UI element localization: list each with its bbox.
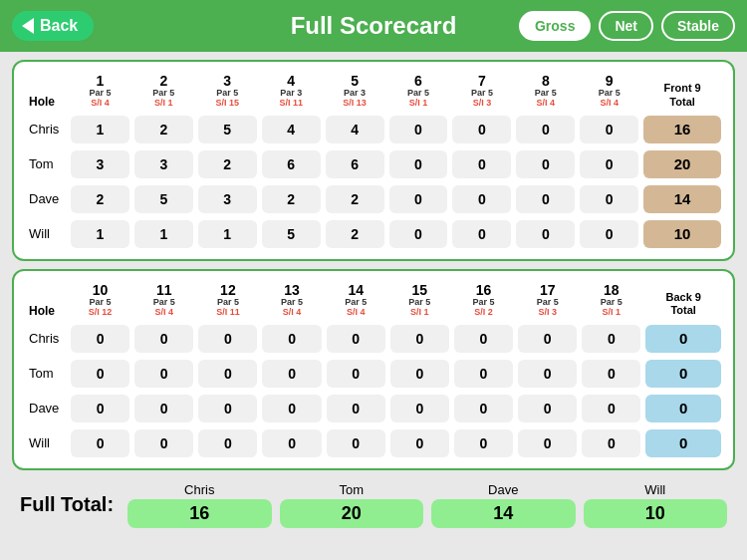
chris-back9-row: Chris 0 0 0 0 0 0 0 0 0 0: [25, 323, 722, 355]
dave-b11[interactable]: 0: [134, 395, 193, 422]
will-name-front: Will: [25, 218, 67, 250]
tom-b16[interactable]: 0: [454, 360, 513, 388]
tom-b18[interactable]: 0: [582, 360, 640, 388]
chris-b18[interactable]: 0: [582, 325, 640, 353]
will-f7[interactable]: 0: [452, 220, 511, 248]
will-b16[interactable]: 0: [454, 429, 513, 457]
chris-f7[interactable]: 0: [452, 116, 511, 143]
chris-b12[interactable]: 0: [198, 325, 257, 353]
chris-full-name: Chris: [184, 482, 214, 497]
will-f6[interactable]: 0: [389, 220, 448, 248]
chris-name-back: Chris: [25, 323, 67, 355]
dave-f1[interactable]: 2: [71, 185, 129, 213]
dave-b18[interactable]: 0: [582, 395, 640, 422]
hole-17-header: 17 Par 5 S/I 3: [517, 280, 578, 320]
dave-f7[interactable]: 0: [452, 185, 511, 213]
tom-b17[interactable]: 0: [518, 360, 577, 388]
tom-full-name: Tom: [339, 482, 364, 497]
will-f2[interactable]: 1: [134, 220, 193, 248]
chris-f2[interactable]: 2: [134, 116, 193, 143]
page-title: Full Scorecard: [291, 12, 457, 40]
back-label: Back: [40, 17, 78, 35]
chris-full-score: 16: [127, 499, 272, 528]
will-b18[interactable]: 0: [582, 429, 640, 457]
will-b13[interactable]: 0: [262, 429, 321, 457]
dave-f4[interactable]: 2: [262, 185, 321, 213]
chris-b13[interactable]: 0: [262, 325, 321, 353]
will-b12[interactable]: 0: [198, 429, 257, 457]
will-f5[interactable]: 2: [326, 220, 384, 248]
tom-b15[interactable]: 0: [390, 360, 449, 388]
hole-9-header: 9 Par 5 S/I 4: [579, 71, 639, 111]
will-f1[interactable]: 1: [71, 220, 129, 248]
stable-button[interactable]: Stable: [661, 11, 735, 41]
dave-b10[interactable]: 0: [71, 395, 129, 422]
dave-b17[interactable]: 0: [518, 395, 577, 422]
dave-name-front: Dave: [25, 183, 67, 215]
tom-f5[interactable]: 6: [326, 150, 384, 178]
full-total-label: Full Total:: [20, 493, 120, 516]
hole-4-header: 4 Par 3 S/I 11: [261, 71, 322, 111]
chris-f3[interactable]: 5: [198, 116, 257, 143]
chris-b17[interactable]: 0: [518, 325, 577, 353]
net-button[interactable]: Net: [599, 11, 653, 41]
will-b17[interactable]: 0: [518, 429, 577, 457]
will-b15[interactable]: 0: [390, 429, 449, 457]
dave-f6[interactable]: 0: [389, 185, 448, 213]
tom-f1[interactable]: 3: [71, 150, 129, 178]
will-f8[interactable]: 0: [516, 220, 575, 248]
hole-1-si: S/I 4: [91, 98, 110, 108]
dave-b12[interactable]: 0: [198, 395, 257, 422]
dave-b16[interactable]: 0: [454, 395, 513, 422]
tom-f4[interactable]: 6: [262, 150, 321, 178]
hole-2-header: 2 Par 5 S/I 1: [133, 71, 194, 111]
will-f3[interactable]: 1: [198, 220, 257, 248]
will-b10[interactable]: 0: [71, 429, 129, 457]
chris-b10[interactable]: 0: [71, 325, 129, 353]
tom-f8[interactable]: 0: [516, 150, 575, 178]
hole-1-num: 1: [71, 73, 129, 89]
will-b14[interactable]: 0: [327, 429, 385, 457]
chris-f1[interactable]: 1: [71, 116, 129, 143]
dave-b15[interactable]: 0: [390, 395, 449, 422]
dave-front-total: 14: [643, 185, 721, 213]
dave-f5[interactable]: 2: [326, 185, 384, 213]
will-f9[interactable]: 0: [580, 220, 638, 248]
tom-b14[interactable]: 0: [327, 360, 385, 388]
back-arrow-icon: [22, 18, 34, 34]
chris-f8[interactable]: 0: [516, 116, 575, 143]
chris-b15[interactable]: 0: [390, 325, 449, 353]
will-b11[interactable]: 0: [134, 429, 193, 457]
tom-f6[interactable]: 0: [389, 150, 448, 178]
dave-f8[interactable]: 0: [516, 185, 575, 213]
dave-f3[interactable]: 3: [198, 185, 257, 213]
gross-button[interactable]: Gross: [519, 11, 591, 41]
chris-back-total: 0: [645, 325, 721, 353]
hole-10-header: 10 Par 5 S/I 12: [70, 280, 130, 320]
tom-b13[interactable]: 0: [262, 360, 321, 388]
chris-f5[interactable]: 4: [326, 116, 384, 143]
chris-f4[interactable]: 4: [262, 116, 321, 143]
dave-b14[interactable]: 0: [327, 395, 385, 422]
tom-b12[interactable]: 0: [198, 360, 257, 388]
chris-f9[interactable]: 0: [580, 116, 638, 143]
tom-f9[interactable]: 0: [580, 150, 638, 178]
back-button[interactable]: Back: [12, 11, 94, 41]
tom-b10[interactable]: 0: [71, 360, 129, 388]
dave-f9[interactable]: 0: [580, 185, 638, 213]
chris-b16[interactable]: 0: [454, 325, 513, 353]
dave-back9-row: Dave 0 0 0 0 0 0 0 0 0 0: [25, 393, 722, 424]
chris-b11[interactable]: 0: [134, 325, 193, 353]
tom-f7[interactable]: 0: [452, 150, 511, 178]
will-back9-row: Will 0 0 0 0 0 0 0 0 0 0: [25, 427, 722, 459]
dave-f2[interactable]: 5: [134, 185, 193, 213]
hole-8-header: 8 Par 5 S/I 4: [515, 71, 576, 111]
will-f4[interactable]: 5: [262, 220, 321, 248]
chris-f6[interactable]: 0: [389, 116, 448, 143]
dave-b13[interactable]: 0: [262, 395, 321, 422]
chris-b14[interactable]: 0: [327, 325, 385, 353]
front9-table: Hole 1 Par 5 S/I 4 2 Par 5 S/I 1: [22, 68, 725, 253]
tom-b11[interactable]: 0: [134, 360, 193, 388]
tom-f2[interactable]: 3: [134, 150, 193, 178]
tom-f3[interactable]: 2: [198, 150, 257, 178]
